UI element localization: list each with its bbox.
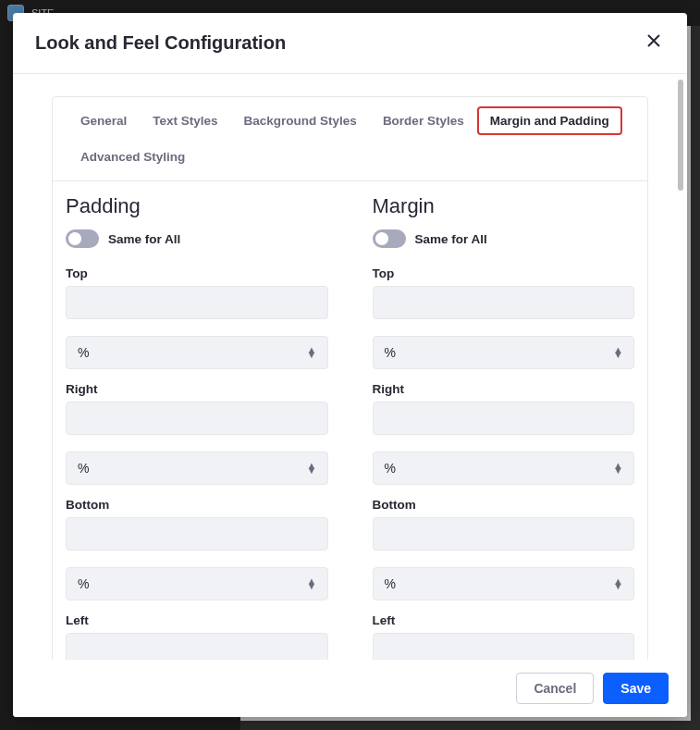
- padding-top-input[interactable]: [66, 286, 328, 319]
- scrollbar-thumb[interactable]: [678, 80, 683, 191]
- padding-left-label: Left: [66, 613, 328, 627]
- modal-body: General Text Styles Background Styles Bo…: [13, 74, 687, 660]
- margin-same-for-all-toggle[interactable]: [373, 229, 406, 248]
- padding-top-unit-select[interactable]: %: [66, 336, 328, 369]
- tab-advanced-styling[interactable]: Advanced Styling: [68, 142, 198, 171]
- margin-left-input[interactable]: [373, 633, 635, 660]
- padding-same-for-all-row: Same for All: [66, 229, 328, 248]
- margin-top-unit-select[interactable]: %: [373, 336, 635, 369]
- padding-title: Padding: [66, 194, 328, 218]
- padding-same-for-all-label: Same for All: [108, 232, 180, 246]
- save-button[interactable]: Save: [603, 673, 669, 704]
- tab-margin-and-padding[interactable]: Margin and Padding: [477, 106, 622, 135]
- padding-bottom-group: Bottom % ▲▼: [66, 498, 328, 600]
- margin-right-input[interactable]: [373, 402, 635, 435]
- modal-header: Look and Feel Configuration: [13, 13, 687, 74]
- margin-right-unit-select[interactable]: %: [373, 452, 635, 485]
- margin-same-for-all-label: Same for All: [415, 232, 487, 246]
- padding-bottom-unit-select[interactable]: %: [66, 567, 328, 600]
- margin-bottom-group: Bottom % ▲▼: [373, 498, 635, 600]
- padding-left-group: Left % ▲▼: [66, 613, 328, 660]
- padding-same-for-all-toggle[interactable]: [66, 229, 99, 248]
- margin-bottom-input[interactable]: [373, 517, 635, 551]
- padding-bottom-label: Bottom: [66, 498, 328, 512]
- margin-column: Margin Same for All Top %: [360, 194, 648, 660]
- modal-footer: Cancel Save: [13, 660, 687, 717]
- tabs-container: General Text Styles Background Styles Bo…: [52, 96, 648, 181]
- margin-left-group: Left % ▲▼: [373, 613, 635, 660]
- margin-bottom-unit-select[interactable]: %: [373, 567, 635, 600]
- margin-title: Margin: [373, 194, 635, 218]
- cancel-button[interactable]: Cancel: [516, 673, 594, 704]
- toggle-knob-icon: [375, 232, 388, 245]
- tab-background-styles[interactable]: Background Styles: [231, 106, 370, 135]
- padding-left-input[interactable]: [66, 633, 328, 660]
- margin-left-label: Left: [373, 613, 635, 627]
- margin-padding-panel: Padding Same for All Top %: [52, 181, 648, 660]
- margin-right-label: Right: [373, 382, 635, 396]
- modal-title: Look and Feel Configuration: [35, 32, 286, 54]
- padding-column: Padding Same for All Top %: [53, 194, 341, 660]
- padding-bottom-input[interactable]: [66, 517, 328, 551]
- padding-top-label: Top: [66, 266, 328, 280]
- tab-text-styles[interactable]: Text Styles: [140, 106, 230, 135]
- scrollbar[interactable]: [678, 80, 685, 658]
- margin-top-group: Top % ▲▼: [373, 266, 635, 369]
- look-and-feel-modal: Look and Feel Configuration General Text…: [13, 13, 687, 717]
- margin-top-label: Top: [373, 266, 635, 280]
- margin-same-for-all-row: Same for All: [373, 229, 635, 248]
- padding-top-group: Top % ▲▼: [66, 266, 328, 369]
- padding-right-label: Right: [66, 382, 328, 396]
- margin-top-input[interactable]: [373, 286, 635, 319]
- close-button[interactable]: [643, 30, 665, 56]
- tab-general[interactable]: General: [68, 106, 140, 135]
- close-icon: [646, 33, 661, 52]
- toggle-knob-icon: [68, 232, 81, 245]
- tab-border-styles[interactable]: Border Styles: [370, 106, 477, 135]
- padding-right-input[interactable]: [66, 402, 328, 435]
- margin-bottom-label: Bottom: [373, 498, 635, 512]
- margin-right-group: Right % ▲▼: [373, 382, 635, 485]
- padding-right-unit-select[interactable]: %: [66, 452, 328, 485]
- padding-right-group: Right % ▲▼: [66, 382, 328, 485]
